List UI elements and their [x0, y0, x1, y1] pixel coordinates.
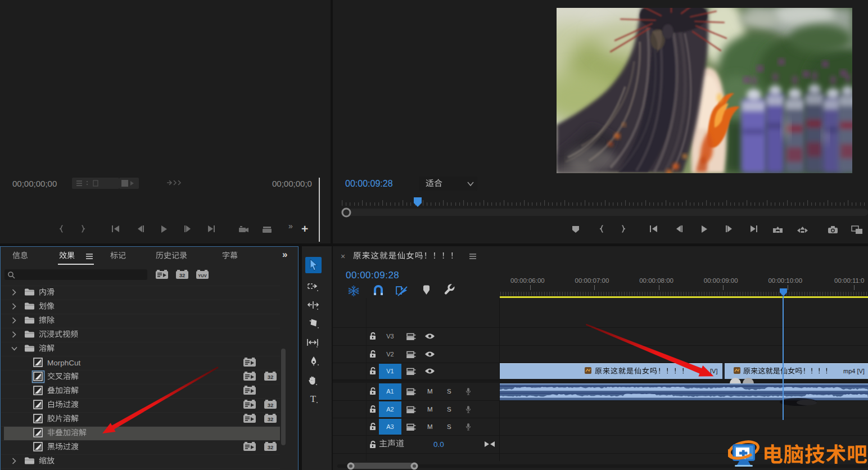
svg-text:YUV: YUV: [198, 273, 206, 278]
svg-text:32: 32: [268, 416, 274, 422]
svg-text:32: 32: [268, 402, 274, 408]
svg-text:32: 32: [268, 444, 274, 450]
svg-text:32: 32: [268, 374, 274, 380]
svg-text:T: T: [310, 394, 317, 404]
svg-text:32: 32: [179, 272, 186, 278]
